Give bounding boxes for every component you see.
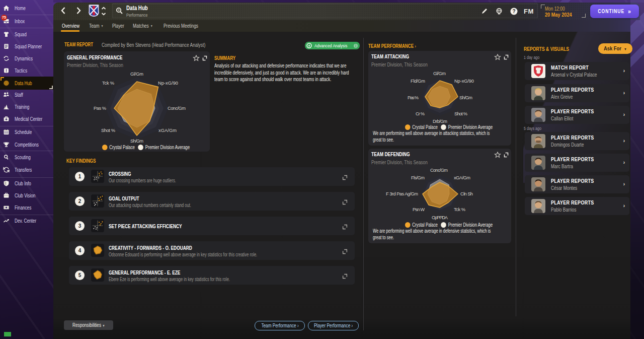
svg-text:Conc/Gm: Conc/Gm (168, 106, 186, 111)
svg-text:Conc/Gm: Conc/Gm (430, 168, 448, 173)
svg-text:Shot %: Shot % (454, 111, 467, 116)
svg-text:Np-xG/90: Np-xG/90 (454, 79, 474, 84)
svg-text:Tck %: Tck % (102, 81, 114, 86)
svg-text:Fls/Gm: Fls/Gm (411, 175, 425, 180)
svg-text:xGA/Gm: xGA/Gm (158, 128, 177, 133)
svg-text:?: ? (512, 9, 515, 14)
svg-text:F 3rd Pas Ag/Gm: F 3rd Pas Ag/Gm (386, 191, 418, 196)
svg-text:Pas %: Pas % (408, 95, 419, 100)
svg-text:Cln Sh: Cln Sh (460, 191, 473, 196)
svg-text:Pas %: Pas % (94, 106, 106, 111)
svg-text:Gl/Gm: Gl/Gm (130, 72, 143, 77)
svg-text:Fld/Gm: Fld/Gm (411, 79, 425, 84)
svg-text:Gl/Gm: Gl/Gm (433, 71, 446, 76)
svg-text:Cr %: Cr % (416, 111, 425, 116)
svg-text:OpPPDA: OpPPDA (432, 215, 448, 220)
svg-text:Np-xG/90: Np-xG/90 (158, 81, 178, 86)
svg-text:Drb/Gm: Drb/Gm (433, 119, 447, 124)
svg-text:Sh/Gm: Sh/Gm (130, 139, 143, 144)
svg-text:Shot %: Shot % (101, 128, 115, 133)
svg-text:Tck %: Tck % (454, 207, 465, 212)
svg-text:Sh/Gm: Sh/Gm (459, 95, 472, 100)
svg-text:Psn W: Psn W (413, 207, 425, 212)
svg-text:xGA/Gm: xGA/Gm (454, 175, 470, 180)
